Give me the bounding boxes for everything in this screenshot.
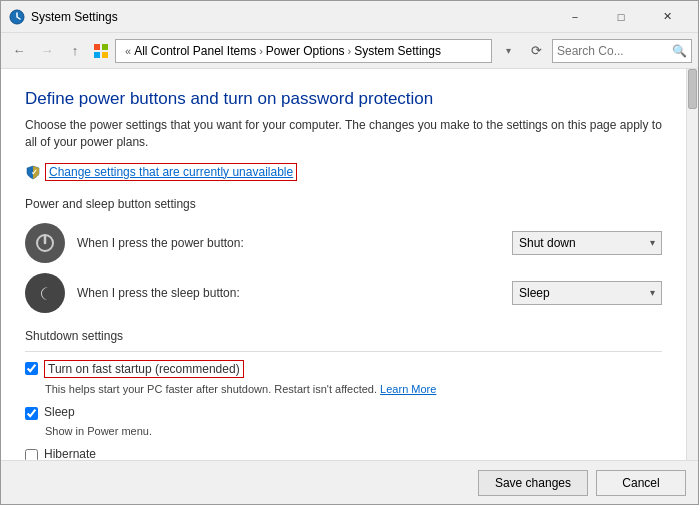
sleep-sub: Show in Power menu. xyxy=(45,424,662,439)
divider xyxy=(25,351,662,352)
power-button-row: When I press the power button: Shut down… xyxy=(25,223,662,263)
scrollbar-thumb[interactable] xyxy=(688,69,697,109)
dropdown-arrow-button[interactable]: ▾ xyxy=(496,39,520,63)
windows-logo-icon xyxy=(91,41,111,61)
hibernate-checkbox[interactable] xyxy=(25,449,38,460)
breadcrumb-sep-1: › xyxy=(259,45,263,57)
fast-startup-checkbox[interactable] xyxy=(25,362,38,375)
sleep-checkbox-row: Sleep xyxy=(25,405,662,420)
svg-rect-1 xyxy=(94,44,100,50)
svg-rect-4 xyxy=(102,52,108,58)
breadcrumb-double-arrow: « xyxy=(125,45,131,57)
save-changes-button[interactable]: Save changes xyxy=(478,470,588,496)
window-title: System Settings xyxy=(31,10,552,24)
window-icon xyxy=(9,9,25,25)
search-input[interactable] xyxy=(557,44,668,58)
sleep-checkbox[interactable] xyxy=(25,407,38,420)
power-sleep-section-header: Power and sleep button settings xyxy=(25,197,662,211)
power-button-value: Shut down xyxy=(519,236,576,250)
page-title: Define power buttons and turn on passwor… xyxy=(25,89,662,109)
change-settings-row: ✓ Change settings that are currently una… xyxy=(25,163,297,181)
cancel-button[interactable]: Cancel xyxy=(596,470,686,496)
search-bar: 🔍 xyxy=(552,39,692,63)
hibernate-checkbox-row: Hibernate xyxy=(25,447,662,460)
back-button[interactable]: ← xyxy=(7,39,31,63)
minimize-button[interactable]: − xyxy=(552,1,598,33)
power-button-dropdown[interactable]: Shut down ▾ xyxy=(512,231,662,255)
sleep-button-dropdown[interactable]: Sleep ▾ xyxy=(512,281,662,305)
shutdown-settings-section: Shutdown settings Turn on fast startup (… xyxy=(25,329,662,460)
up-button[interactable]: ↑ xyxy=(63,39,87,63)
breadcrumb-system-settings: System Settings xyxy=(354,44,441,58)
refresh-button[interactable]: ⟳ xyxy=(524,39,548,63)
sleep-button-row: When I press the sleep button: Sleep ▾ xyxy=(25,273,662,313)
power-dropdown-arrow-icon: ▾ xyxy=(650,237,655,248)
address-bar: ← → ↑ « All Control Panel Items › Power … xyxy=(1,33,698,69)
fast-startup-desc-text: This helps start your PC faster after sh… xyxy=(45,383,377,395)
change-settings-link[interactable]: Change settings that are currently unava… xyxy=(45,163,297,181)
svg-rect-3 xyxy=(94,52,100,58)
breadcrumb-power-options[interactable]: Power Options xyxy=(266,44,345,58)
breadcrumb-sep-2: › xyxy=(348,45,352,57)
close-button[interactable]: ✕ xyxy=(644,1,690,33)
learn-more-link[interactable]: Learn More xyxy=(380,383,436,395)
sleep-dropdown-arrow-icon: ▾ xyxy=(650,287,655,298)
sleep-checkbox-label: Sleep xyxy=(44,405,75,419)
sleep-button-label: When I press the sleep button: xyxy=(77,286,500,300)
sleep-button-value: Sleep xyxy=(519,286,550,300)
fast-startup-row: Turn on fast startup (recommended) xyxy=(25,360,662,378)
sleep-button-icon xyxy=(25,273,65,313)
hibernate-checkbox-label: Hibernate xyxy=(44,447,96,460)
shutdown-settings-title: Shutdown settings xyxy=(25,329,662,343)
svg-rect-2 xyxy=(102,44,108,50)
page-description: Choose the power settings that you want … xyxy=(25,117,662,151)
breadcrumb-all-control-panel[interactable]: All Control Panel Items xyxy=(134,44,256,58)
power-button-label: When I press the power button: xyxy=(77,236,500,250)
forward-button[interactable]: → xyxy=(35,39,59,63)
svg-text:✓: ✓ xyxy=(31,168,38,177)
fast-startup-label: Turn on fast startup (recommended) xyxy=(44,360,244,378)
footer: Save changes Cancel xyxy=(1,460,698,504)
scrollbar-track[interactable] xyxy=(686,69,698,460)
main-window: System Settings − □ ✕ ← → ↑ « All Contro… xyxy=(0,0,699,505)
content-area: Define power buttons and turn on passwor… xyxy=(1,69,686,460)
window-controls: − □ ✕ xyxy=(552,1,690,33)
breadcrumb-bar: « All Control Panel Items › Power Option… xyxy=(115,39,492,63)
window-body: Define power buttons and turn on passwor… xyxy=(1,69,698,460)
maximize-button[interactable]: □ xyxy=(598,1,644,33)
shield-icon: ✓ xyxy=(25,164,41,180)
title-bar: System Settings − □ ✕ xyxy=(1,1,698,33)
fast-startup-desc: This helps start your PC faster after sh… xyxy=(45,382,662,397)
power-button-icon xyxy=(25,223,65,263)
search-icon: 🔍 xyxy=(672,44,687,58)
